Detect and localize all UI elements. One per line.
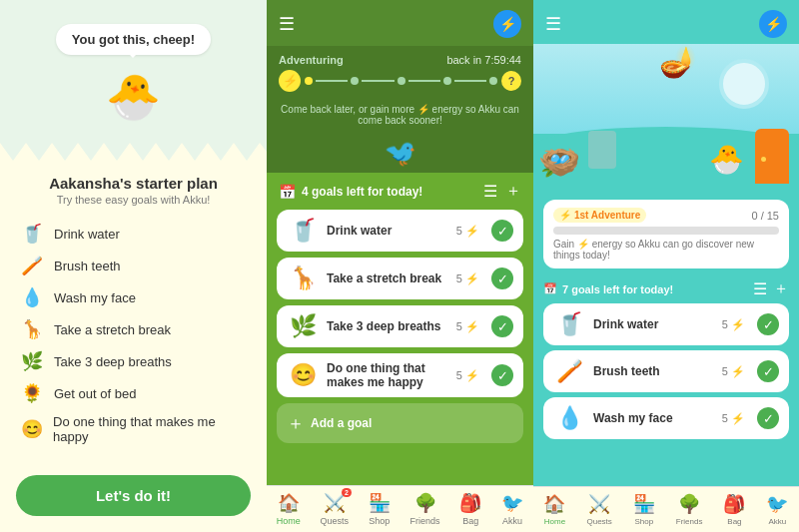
- nav-home[interactable]: 🏠 Home: [277, 492, 301, 526]
- room-scene: 🪔 🪺 🐣: [533, 44, 799, 194]
- goal-card-stretch: 🦒 Take a stretch break 5 ⚡ ✓: [277, 258, 523, 299]
- lets-do-button[interactable]: Let's do it!: [16, 475, 251, 516]
- check-button[interactable]: ✓: [757, 313, 779, 335]
- nav-home[interactable]: 🏠 Home: [543, 493, 565, 526]
- dot: [305, 77, 313, 85]
- nav-label: Home: [277, 516, 301, 526]
- dot: [489, 77, 497, 85]
- filter-button[interactable]: ☰: [483, 181, 497, 202]
- drink-water-icon: 🥤: [553, 311, 585, 337]
- plan-subtitle: Try these easy goals with Akku!: [20, 194, 247, 206]
- goal-card-text: Drink water: [593, 317, 714, 331]
- check-button[interactable]: ✓: [491, 267, 513, 289]
- home-icon: 🏠: [278, 492, 300, 514]
- adventure-card-top: ⚡ 1st Adventure 0 / 15: [553, 208, 779, 223]
- nav-akku[interactable]: 🐦 Akku: [501, 492, 523, 526]
- menu-icon[interactable]: ☰: [545, 13, 561, 35]
- check-button[interactable]: ✓: [491, 315, 513, 337]
- nav-label: Akku: [769, 517, 787, 526]
- speech-bubble: You got this, cheep!: [56, 24, 211, 55]
- nav-friends[interactable]: 🌳 Friends: [676, 493, 703, 526]
- dot-line: [408, 80, 440, 82]
- comeback-message: Come back later, or gain more ⚡ energy s…: [267, 100, 533, 134]
- dresser: [588, 131, 616, 169]
- energy-button[interactable]: ⚡: [493, 10, 521, 38]
- list-item: 😊 Do one thing that makes me happy: [20, 409, 247, 449]
- drink-water-icon: 🥤: [20, 223, 44, 245]
- nav-label: Shop: [369, 516, 390, 526]
- goal-card-drink-water: 🥤 Drink water 5 ⚡ ✓: [543, 303, 789, 345]
- nav-quests[interactable]: ⚔️2 Quests: [321, 492, 350, 526]
- goal-card-text: Take 3 deep breaths: [327, 319, 448, 333]
- goal-points: 5 ⚡: [722, 365, 745, 378]
- goal-card-happy: 😊 Do one thing that makes me happy 5 ⚡ ✓: [277, 353, 523, 397]
- menu-icon[interactable]: ☰: [279, 13, 295, 35]
- bird-avatar: 🐣: [106, 71, 161, 123]
- lamp-icon: 🪔: [659, 44, 696, 79]
- shop-icon: 🏪: [369, 492, 391, 514]
- nav-akku[interactable]: 🐦 Akku: [766, 493, 788, 526]
- add-goal-button[interactable]: ＋ Add a goal: [277, 403, 523, 443]
- bag-icon: 🎒: [459, 492, 481, 514]
- shop-icon: 🏪: [633, 493, 655, 515]
- check-button[interactable]: ✓: [491, 364, 513, 386]
- back-in-time: back in 7:59:44: [446, 54, 521, 66]
- brush-teeth-icon: 🪥: [553, 358, 585, 384]
- energy-button[interactable]: ⚡: [759, 10, 787, 38]
- list-item: 💧 Wash my face: [20, 281, 247, 313]
- list-item: 🌻 Get out of bed: [20, 377, 247, 409]
- nav-label: Bag: [727, 517, 741, 526]
- nav-bag[interactable]: 🎒 Bag: [723, 493, 745, 526]
- list-item: 🥤 Drink water: [20, 218, 247, 250]
- nav-shop[interactable]: 🏪 Shop: [633, 493, 655, 526]
- drink-water-icon: 🥤: [287, 218, 319, 244]
- adventure-badge: ⚡ 1st Adventure: [553, 208, 646, 223]
- goal-points: 5 ⚡: [722, 412, 745, 425]
- goal-points: 5 ⚡: [456, 272, 479, 285]
- add-goal-label: Add a goal: [311, 416, 372, 430]
- filter-button[interactable]: ☰: [753, 278, 767, 299]
- friends-icon: 🌳: [414, 492, 436, 514]
- panel-adventuring: ☰ ⚡ Adventuring back in 7:59:44 ⚡ ? Com: [267, 0, 533, 532]
- happy-icon: 😊: [287, 362, 319, 388]
- nav-shop[interactable]: 🏪 Shop: [369, 492, 391, 526]
- svg-marker-0: [0, 143, 267, 161]
- add-goal-header-button[interactable]: ＋: [505, 181, 521, 202]
- dot-line: [316, 80, 348, 82]
- stretch-icon: 🦒: [20, 318, 44, 340]
- adventure-label: Adventuring: [279, 54, 344, 66]
- goal-card-text: Drink water: [327, 224, 448, 238]
- goal-text: Take a stretch break: [54, 322, 171, 337]
- check-button[interactable]: ✓: [757, 407, 779, 429]
- goal-text: Wash my face: [54, 290, 136, 305]
- goal-points: 5 ⚡: [456, 225, 479, 238]
- goals-count-text: 4 goals left for today!: [302, 185, 422, 199]
- nav-label: Friends: [410, 516, 440, 526]
- adventure-progress-card: ⚡ 1st Adventure 0 / 15 Gain ⚡ energy so …: [543, 200, 789, 268]
- goal-points: 5 ⚡: [456, 369, 479, 382]
- goal-points: 5 ⚡: [722, 318, 745, 331]
- breathe-icon: 🌿: [287, 313, 319, 339]
- nav-label: Friends: [676, 517, 703, 526]
- goal-card-wash-face: 💧 Wash my face 5 ⚡ ✓: [543, 397, 789, 439]
- add-goal-button[interactable]: ＋: [773, 278, 789, 299]
- help-button[interactable]: ?: [501, 71, 521, 91]
- door: [755, 129, 789, 184]
- goal-text: Get out of bed: [54, 386, 136, 401]
- goal-card-drink-water: 🥤 Drink water 5 ⚡ ✓: [277, 210, 523, 252]
- panel3-goals-header: 📅 7 goals left for today! ☰ ＋: [533, 274, 799, 303]
- nav-bag[interactable]: 🎒 Bag: [459, 492, 481, 526]
- check-button[interactable]: ✓: [757, 360, 779, 382]
- nav-quests[interactable]: ⚔️ Quests: [586, 493, 611, 526]
- getup-icon: 🌻: [20, 382, 44, 404]
- stretch-icon: 🦒: [287, 266, 319, 291]
- quests-icon: ⚔️: [588, 493, 610, 515]
- nest-icon: 🪺: [538, 142, 580, 182]
- goal-list: 🥤 Drink water 🪥 Brush teeth 💧 Wash my fa…: [20, 218, 247, 449]
- goals-header: 📅 4 goals left for today! ☰ ＋: [267, 173, 533, 210]
- adventure-progress-text: 0 / 15: [751, 210, 779, 222]
- nav-friends[interactable]: 🌳 Friends: [410, 492, 440, 526]
- panel1-top: You got this, cheep! 🐣: [0, 0, 267, 143]
- check-button[interactable]: ✓: [491, 220, 513, 242]
- progress-dots: [305, 77, 497, 85]
